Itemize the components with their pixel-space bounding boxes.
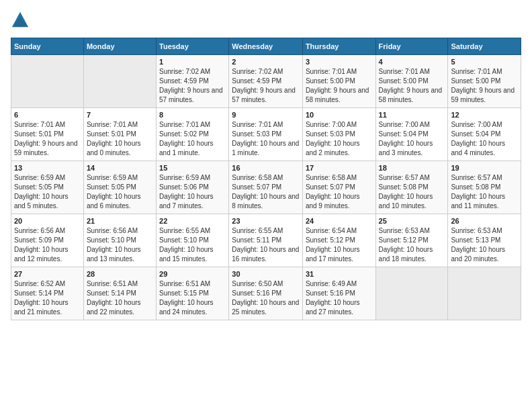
calendar-cell: 2 Sunrise: 7:02 AM Sunset: 4:59 PM Dayli… (229, 55, 303, 108)
day-info: Sunrise: 7:01 AM Sunset: 5:02 PM Dayligh… (159, 120, 226, 158)
calendar-cell (375, 267, 448, 320)
calendar-week-3: 13 Sunrise: 6:59 AM Sunset: 5:05 PM Dayl… (11, 161, 521, 214)
calendar-cell: 20 Sunrise: 6:56 AM Sunset: 5:09 PM Dayl… (11, 214, 84, 267)
day-info: Sunrise: 6:59 AM Sunset: 5:06 PM Dayligh… (159, 173, 226, 211)
weekday-header-sunday: Sunday (11, 38, 84, 55)
calendar-cell: 12 Sunrise: 7:00 AM Sunset: 5:04 PM Dayl… (448, 108, 521, 161)
day-info: Sunrise: 6:53 AM Sunset: 5:12 PM Dayligh… (379, 226, 445, 264)
day-info: Sunrise: 6:54 AM Sunset: 5:12 PM Dayligh… (306, 226, 373, 264)
calendar-cell: 9 Sunrise: 7:01 AM Sunset: 5:03 PM Dayli… (229, 108, 303, 161)
header-row: SundayMondayTuesdayWednesdayThursdayFrid… (11, 38, 521, 55)
weekday-header-friday: Friday (375, 38, 448, 55)
day-number: 5 (451, 58, 518, 66)
day-number: 27 (14, 270, 81, 278)
day-number: 28 (87, 270, 153, 278)
calendar-cell: 18 Sunrise: 6:57 AM Sunset: 5:08 PM Dayl… (375, 161, 448, 214)
day-number: 2 (232, 58, 300, 66)
calendar-cell: 19 Sunrise: 6:57 AM Sunset: 5:08 PM Dayl… (448, 161, 521, 214)
day-number: 22 (159, 217, 226, 225)
day-info: Sunrise: 7:01 AM Sunset: 5:00 PM Dayligh… (451, 67, 518, 105)
calendar-cell: 11 Sunrise: 7:00 AM Sunset: 5:04 PM Dayl… (375, 108, 448, 161)
day-info: Sunrise: 7:01 AM Sunset: 5:03 PM Dayligh… (232, 120, 300, 158)
day-number: 18 (379, 164, 445, 172)
day-number: 21 (87, 217, 153, 225)
day-number: 24 (306, 217, 373, 225)
calendar-week-1: 1 Sunrise: 7:02 AM Sunset: 4:59 PM Dayli… (11, 55, 521, 108)
calendar-table: SundayMondayTuesdayWednesdayThursdayFrid… (11, 38, 521, 320)
logo (11, 11, 31, 30)
calendar-cell: 10 Sunrise: 7:00 AM Sunset: 5:03 PM Dayl… (302, 108, 375, 161)
day-info: Sunrise: 6:52 AM Sunset: 5:14 PM Dayligh… (14, 279, 81, 317)
day-number: 14 (87, 164, 153, 172)
day-info: Sunrise: 6:55 AM Sunset: 5:10 PM Dayligh… (159, 226, 226, 264)
weekday-header-saturday: Saturday (448, 38, 521, 55)
day-number: 20 (14, 217, 81, 225)
page-header (11, 11, 521, 30)
day-info: Sunrise: 7:00 AM Sunset: 5:04 PM Dayligh… (379, 120, 445, 158)
calendar-cell: 24 Sunrise: 6:54 AM Sunset: 5:12 PM Dayl… (302, 214, 375, 267)
day-info: Sunrise: 6:49 AM Sunset: 5:16 PM Dayligh… (306, 279, 373, 317)
day-number: 11 (379, 111, 445, 119)
calendar-cell: 31 Sunrise: 6:49 AM Sunset: 5:16 PM Dayl… (302, 267, 375, 320)
day-info: Sunrise: 7:01 AM Sunset: 5:00 PM Dayligh… (379, 67, 445, 105)
calendar-cell: 6 Sunrise: 7:01 AM Sunset: 5:01 PM Dayli… (11, 108, 84, 161)
day-number: 4 (379, 58, 445, 66)
day-info: Sunrise: 6:59 AM Sunset: 5:05 PM Dayligh… (14, 173, 81, 211)
day-info: Sunrise: 6:55 AM Sunset: 5:11 PM Dayligh… (232, 226, 300, 264)
day-info: Sunrise: 6:57 AM Sunset: 5:08 PM Dayligh… (451, 173, 518, 211)
calendar-cell: 15 Sunrise: 6:59 AM Sunset: 5:06 PM Dayl… (157, 161, 229, 214)
day-number: 16 (232, 164, 300, 172)
logo-icon (11, 11, 30, 30)
calendar-cell: 28 Sunrise: 6:51 AM Sunset: 5:14 PM Dayl… (83, 267, 156, 320)
day-info: Sunrise: 7:01 AM Sunset: 5:01 PM Dayligh… (14, 120, 81, 158)
day-number: 17 (306, 164, 373, 172)
day-number: 25 (379, 217, 445, 225)
day-info: Sunrise: 6:58 AM Sunset: 5:07 PM Dayligh… (232, 173, 300, 211)
day-number: 23 (232, 217, 300, 225)
calendar-week-2: 6 Sunrise: 7:01 AM Sunset: 5:01 PM Dayli… (11, 108, 521, 161)
day-number: 9 (232, 111, 300, 119)
day-number: 15 (159, 164, 226, 172)
calendar-cell: 1 Sunrise: 7:02 AM Sunset: 4:59 PM Dayli… (157, 55, 229, 108)
calendar-cell: 8 Sunrise: 7:01 AM Sunset: 5:02 PM Dayli… (157, 108, 229, 161)
weekday-header-monday: Monday (83, 38, 156, 55)
calendar-cell (11, 55, 84, 108)
day-info: Sunrise: 6:50 AM Sunset: 5:16 PM Dayligh… (232, 279, 300, 317)
calendar-cell: 4 Sunrise: 7:01 AM Sunset: 5:00 PM Dayli… (375, 55, 448, 108)
calendar-cell: 5 Sunrise: 7:01 AM Sunset: 5:00 PM Dayli… (448, 55, 521, 108)
weekday-header-wednesday: Wednesday (229, 38, 303, 55)
day-info: Sunrise: 7:01 AM Sunset: 5:00 PM Dayligh… (306, 67, 373, 105)
calendar-cell: 16 Sunrise: 6:58 AM Sunset: 5:07 PM Dayl… (229, 161, 303, 214)
day-number: 8 (159, 111, 226, 119)
day-info: Sunrise: 7:02 AM Sunset: 4:59 PM Dayligh… (159, 67, 226, 105)
calendar-cell: 7 Sunrise: 7:01 AM Sunset: 5:01 PM Dayli… (83, 108, 156, 161)
day-info: Sunrise: 6:51 AM Sunset: 5:14 PM Dayligh… (87, 279, 153, 317)
day-number: 6 (14, 111, 81, 119)
calendar-cell: 25 Sunrise: 6:53 AM Sunset: 5:12 PM Dayl… (375, 214, 448, 267)
day-info: Sunrise: 7:00 AM Sunset: 5:03 PM Dayligh… (306, 120, 373, 158)
day-info: Sunrise: 7:00 AM Sunset: 5:04 PM Dayligh… (451, 120, 518, 158)
calendar-cell: 3 Sunrise: 7:01 AM Sunset: 5:00 PM Dayli… (302, 55, 375, 108)
day-info: Sunrise: 6:58 AM Sunset: 5:07 PM Dayligh… (306, 173, 373, 211)
day-number: 10 (306, 111, 373, 119)
day-info: Sunrise: 6:59 AM Sunset: 5:05 PM Dayligh… (87, 173, 153, 211)
day-info: Sunrise: 6:56 AM Sunset: 5:09 PM Dayligh… (14, 226, 81, 264)
day-number: 7 (87, 111, 153, 119)
day-info: Sunrise: 6:56 AM Sunset: 5:10 PM Dayligh… (87, 226, 153, 264)
calendar-cell: 30 Sunrise: 6:50 AM Sunset: 5:16 PM Dayl… (229, 267, 303, 320)
calendar-cell: 17 Sunrise: 6:58 AM Sunset: 5:07 PM Dayl… (302, 161, 375, 214)
day-info: Sunrise: 7:01 AM Sunset: 5:01 PM Dayligh… (87, 120, 153, 158)
day-number: 26 (451, 217, 518, 225)
calendar-cell (83, 55, 156, 108)
day-number: 1 (159, 58, 226, 66)
calendar-week-4: 20 Sunrise: 6:56 AM Sunset: 5:09 PM Dayl… (11, 214, 521, 267)
day-number: 12 (451, 111, 518, 119)
calendar-cell: 22 Sunrise: 6:55 AM Sunset: 5:10 PM Dayl… (157, 214, 229, 267)
day-info: Sunrise: 7:02 AM Sunset: 4:59 PM Dayligh… (232, 67, 300, 105)
day-number: 29 (159, 270, 226, 278)
calendar-week-5: 27 Sunrise: 6:52 AM Sunset: 5:14 PM Dayl… (11, 267, 521, 320)
day-number: 31 (306, 270, 373, 278)
weekday-header-tuesday: Tuesday (157, 38, 229, 55)
weekday-header-thursday: Thursday (302, 38, 375, 55)
day-number: 19 (451, 164, 518, 172)
